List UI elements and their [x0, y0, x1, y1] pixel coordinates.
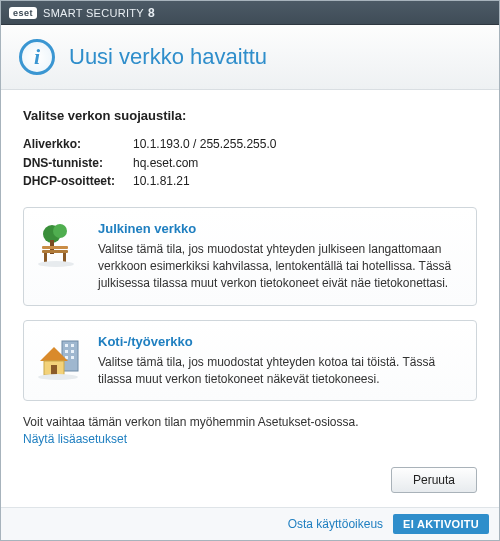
subnet-row: Aliverkko: 10.1.193.0 / 255.255.255.0 — [23, 135, 477, 154]
subnet-label: Aliverkko: — [23, 135, 133, 154]
svg-rect-4 — [42, 246, 68, 249]
svg-point-7 — [38, 261, 74, 267]
network-details: Aliverkko: 10.1.193.0 / 255.255.255.0 DN… — [23, 135, 477, 191]
svg-rect-17 — [51, 365, 57, 375]
subnet-value: 10.1.193.0 / 255.255.255.0 — [133, 135, 276, 154]
dhcp-value: 10.1.81.21 — [133, 172, 190, 191]
home-network-icon — [36, 333, 84, 389]
dns-label: DNS-tunniste: — [23, 154, 133, 173]
svg-rect-5 — [44, 253, 47, 262]
svg-rect-11 — [65, 350, 68, 353]
svg-point-1 — [53, 224, 67, 238]
svg-point-18 — [38, 374, 78, 380]
dhcp-label: DHCP-osoitteet: — [23, 172, 133, 191]
svg-rect-14 — [71, 356, 74, 359]
svg-rect-9 — [65, 344, 68, 347]
option-public-network[interactable]: Julkinen verkko Valitse tämä tila, jos m… — [23, 207, 477, 306]
advanced-settings-link[interactable]: Näytä lisäasetukset — [23, 432, 127, 446]
svg-rect-12 — [71, 350, 74, 353]
prompt-text: Valitse verkon suojaustila: — [23, 108, 477, 123]
svg-rect-6 — [63, 253, 66, 262]
dialog-title: Uusi verkko havaittu — [69, 44, 267, 70]
svg-rect-3 — [42, 250, 68, 253]
buy-license-link[interactable]: Osta käyttöoikeus — [288, 517, 383, 531]
option-home-network[interactable]: Koti-/työverkko Valitse tämä tila, jos m… — [23, 320, 477, 402]
product-name: SMART SECURITY — [43, 7, 144, 19]
svg-rect-10 — [71, 344, 74, 347]
cancel-button[interactable]: Peruuta — [391, 467, 477, 493]
option-public-desc: Valitse tämä tila, jos muodostat yhteyde… — [98, 241, 462, 293]
info-icon: i — [19, 39, 55, 75]
product-version: 8 — [148, 6, 155, 20]
option-home-title: Koti-/työverkko — [98, 333, 462, 352]
dialog-header: i Uusi verkko havaittu — [1, 25, 499, 90]
option-public-text: Julkinen verkko Valitse tämä tila, jos m… — [98, 220, 462, 293]
option-home-text: Koti-/työverkko Valitse tämä tila, jos m… — [98, 333, 462, 389]
note-text: Voit vaihtaa tämän verkon tilan myöhemmi… — [23, 415, 477, 429]
option-home-desc: Valitse tämä tila, jos muodostat yhteyde… — [98, 354, 462, 389]
dialog-body: Valitse verkon suojaustila: Aliverkko: 1… — [1, 90, 499, 461]
dns-value: hq.eset.com — [133, 154, 198, 173]
titlebar: eset SMART SECURITY 8 — [1, 1, 499, 25]
button-row: Peruuta — [1, 461, 499, 507]
activation-status-badge[interactable]: EI AKTIVOITU — [393, 514, 489, 534]
brand-badge: eset — [9, 7, 37, 19]
dialog-window: eset SMART SECURITY 8 i Uusi verkko hava… — [0, 0, 500, 541]
option-public-title: Julkinen verkko — [98, 220, 462, 239]
dhcp-row: DHCP-osoitteet: 10.1.81.21 — [23, 172, 477, 191]
footer-bar: Osta käyttöoikeus EI AKTIVOITU — [1, 507, 499, 540]
dns-row: DNS-tunniste: hq.eset.com — [23, 154, 477, 173]
public-network-icon — [36, 220, 84, 293]
